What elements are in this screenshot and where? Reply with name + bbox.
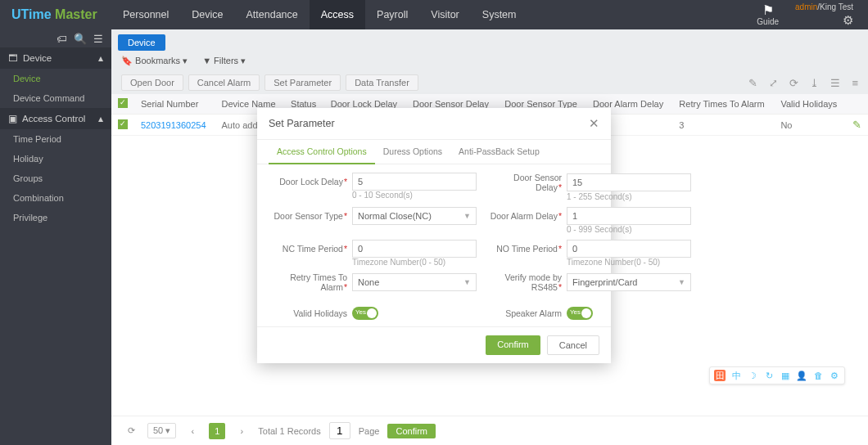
float-icon[interactable]: ⚙ <box>829 370 840 381</box>
float-icon[interactable]: 田 <box>714 370 726 381</box>
door-alarm-delay-input[interactable] <box>567 207 691 225</box>
retry-times-select[interactable]: None▼ <box>352 273 477 291</box>
chevron-down-icon: ▼ <box>463 212 471 220</box>
modal-title: Set Parameter <box>269 118 335 129</box>
speaker-alarm-toggle[interactable]: Yes <box>567 307 593 320</box>
confirm-button[interactable]: Confirm <box>486 335 540 355</box>
tab-duress[interactable]: Duress Options <box>375 140 450 164</box>
cancel-button[interactable]: Cancel <box>547 335 599 355</box>
no-time-period-input[interactable] <box>567 240 691 258</box>
door-sensor-type-select[interactable]: Normal Close(NC)▼ <box>352 207 477 225</box>
tab-access-control[interactable]: Access Control Options <box>269 140 375 164</box>
set-parameter-modal: Set Parameter ✕ Access Control Options D… <box>257 108 611 363</box>
float-icon[interactable]: ▦ <box>780 370 791 381</box>
float-icon[interactable]: ↻ <box>763 370 775 381</box>
verify-mode-select[interactable]: Fingerprint/Card▼ <box>567 273 691 291</box>
float-icon[interactable]: 🗑 <box>812 370 824 381</box>
float-icon[interactable]: ☽ <box>747 370 758 381</box>
float-icon[interactable]: 中 <box>730 370 742 381</box>
door-lock-delay-input[interactable] <box>352 173 477 191</box>
chevron-down-icon: ▼ <box>678 278 685 286</box>
close-icon[interactable]: ✕ <box>589 116 599 131</box>
door-sensor-delay-input[interactable] <box>567 173 691 191</box>
chevron-down-icon: ▼ <box>463 278 471 286</box>
nc-time-period-input[interactable] <box>352 240 477 258</box>
float-toolbar: 田 中 ☽ ↻ ▦ 👤 🗑 ⚙ <box>709 366 845 384</box>
tab-anti-passback[interactable]: Anti-PassBack Setup <box>450 140 548 164</box>
valid-holidays-toggle[interactable]: Yes <box>352 307 378 320</box>
float-icon[interactable]: 👤 <box>796 370 807 381</box>
